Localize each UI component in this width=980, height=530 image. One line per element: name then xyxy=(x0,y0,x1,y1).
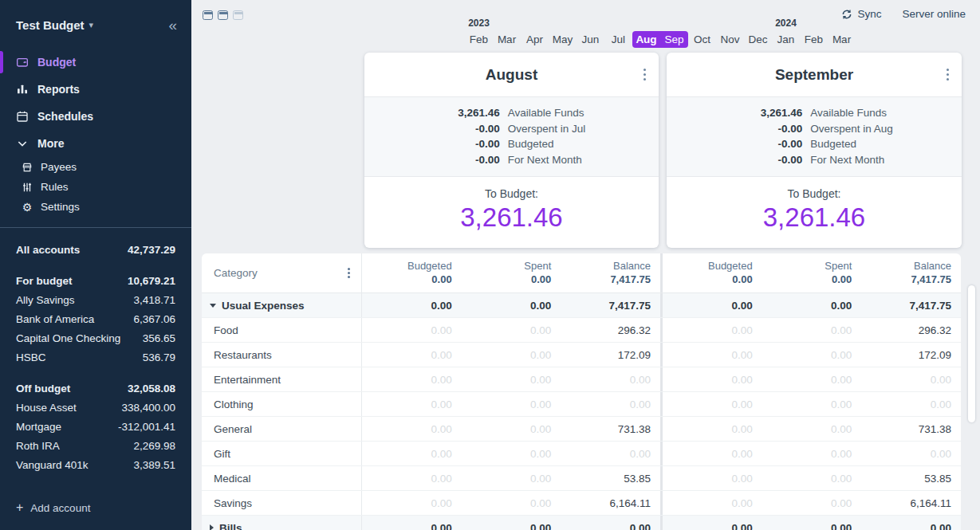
spent-cell[interactable]: 0.00 xyxy=(462,491,561,515)
sidebar-item-payees[interactable]: Payees xyxy=(0,157,191,177)
budgeted-cell[interactable]: 0.00 xyxy=(663,417,762,441)
month-menu-icon[interactable] xyxy=(947,73,949,76)
add-account-button[interactable]: + Add account xyxy=(0,501,191,530)
budgeted-total[interactable]: Budgeted0.00 xyxy=(663,253,762,292)
to-budget-amount[interactable]: 3,261.46 xyxy=(667,202,962,233)
category-row-savings[interactable]: Savings 0.000.006,164.11 0.000.006,164.1… xyxy=(202,491,961,516)
category-row-gift[interactable]: Gift 0.000.000.00 0.000.000.00 xyxy=(202,442,961,466)
balance-cell[interactable]: 172.09 xyxy=(561,343,660,367)
off-budget-header[interactable]: Off budget 32,058.08 xyxy=(16,379,175,398)
category-row-restaurants[interactable]: Restaurants 0.000.00172.09 0.000.00172.0… xyxy=(202,343,961,367)
budgeted-cell[interactable]: 0.00 xyxy=(663,491,762,515)
account-row-bank-of-america[interactable]: Bank of America 6,367.06 xyxy=(16,310,175,329)
sidebar-item-budget[interactable]: Budget xyxy=(0,49,191,76)
category-menu-icon[interactable] xyxy=(348,272,350,274)
balance-cell[interactable]: 7,417.75 xyxy=(561,293,660,317)
sidebar-collapse-button[interactable]: « xyxy=(168,18,177,33)
budgeted-cell[interactable]: 0.00 xyxy=(362,417,462,441)
budgeted-cell[interactable]: 0.00 xyxy=(362,466,462,490)
balance-cell[interactable]: 731.38 xyxy=(861,417,961,441)
category-name-cell[interactable]: Clothing xyxy=(202,392,362,416)
disclosure-triangle-icon[interactable] xyxy=(210,524,214,530)
month-tab-sep-2023-selected[interactable]: Sep xyxy=(660,16,688,48)
balance-total[interactable]: Balance7,417.75 xyxy=(561,253,660,292)
month-tab-apr-2023[interactable]: Apr xyxy=(521,16,549,48)
spent-cell[interactable]: 0.00 xyxy=(762,491,862,515)
balance-total[interactable]: Balance7,417.75 xyxy=(861,253,961,292)
spent-cell[interactable]: 0.00 xyxy=(762,392,862,416)
category-row-medical[interactable]: Medical 0.000.0053.85 0.000.0053.85 xyxy=(202,466,961,491)
balance-cell[interactable]: 0.00 xyxy=(861,516,961,530)
budgeted-cell[interactable]: 0.00 xyxy=(362,491,462,515)
category-name-cell[interactable]: General xyxy=(202,417,362,441)
category-name-cell[interactable]: Medical xyxy=(202,466,362,490)
sidebar-item-rules[interactable]: Rules xyxy=(0,177,191,197)
balance-cell[interactable]: 53.85 xyxy=(561,466,660,490)
month-tab-dec-2023[interactable]: Dec xyxy=(744,16,772,48)
spent-cell[interactable]: 0.00 xyxy=(762,442,862,465)
balance-cell[interactable]: 296.32 xyxy=(561,318,660,342)
budgeted-cell[interactable]: 0.00 xyxy=(663,367,762,391)
group-row-usual-expenses[interactable]: Usual Expenses 0.000.007,417.75 0.000.00… xyxy=(202,293,961,318)
spent-cell[interactable]: 0.00 xyxy=(462,516,561,530)
category-row-general[interactable]: General 0.000.00731.38 0.000.00731.38 xyxy=(202,417,961,442)
budgeted-cell[interactable]: 0.00 xyxy=(663,318,762,342)
group-row-bills[interactable]: Bills 0.000.000.00 0.000.000.00 xyxy=(202,516,961,530)
sidebar-item-schedules[interactable]: Schedules xyxy=(0,103,191,130)
budgeted-cell[interactable]: 0.00 xyxy=(663,466,762,490)
budgeted-cell[interactable]: 0.00 xyxy=(663,516,762,530)
month-tab-nov-2023[interactable]: Nov xyxy=(716,16,744,48)
account-row-hsbc[interactable]: HSBC 536.79 xyxy=(16,348,175,367)
balance-cell[interactable]: 7,417.75 xyxy=(861,293,961,317)
month-tab-jan-2024[interactable]: 2024Jan xyxy=(772,16,800,48)
show-three-months-icon[interactable] xyxy=(233,10,243,20)
account-row-house-asset[interactable]: House Asset 338,400.00 xyxy=(16,398,175,418)
balance-cell[interactable]: 0.00 xyxy=(861,442,961,465)
budgeted-cell[interactable]: 0.00 xyxy=(362,293,462,317)
month-menu-icon[interactable] xyxy=(643,73,646,76)
account-row-mortgage[interactable]: Mortgage -312,001.41 xyxy=(16,418,175,437)
category-name-cell[interactable]: Gift xyxy=(202,442,362,465)
spent-cell[interactable]: 0.00 xyxy=(762,367,862,391)
show-two-months-icon[interactable] xyxy=(218,10,228,20)
month-tab-mar-2023[interactable]: Mar xyxy=(493,16,521,48)
balance-cell[interactable]: 0.00 xyxy=(561,516,660,530)
spent-total[interactable]: Spent0.00 xyxy=(462,253,561,292)
account-row-ally-savings[interactable]: Ally Savings 3,418.71 xyxy=(16,291,175,310)
spent-cell[interactable]: 0.00 xyxy=(462,367,561,391)
spent-cell[interactable]: 0.00 xyxy=(462,318,561,342)
month-tab-mar-2024[interactable]: Mar xyxy=(828,16,856,48)
budgeted-cell[interactable]: 0.00 xyxy=(362,318,462,342)
sidebar-item-more[interactable]: More xyxy=(0,130,191,157)
for-budget-header[interactable]: For budget 10,679.21 xyxy=(16,272,175,291)
balance-cell[interactable]: 296.32 xyxy=(861,318,961,342)
category-name-cell[interactable]: Savings xyxy=(202,491,362,515)
budgeted-cell[interactable]: 0.00 xyxy=(362,343,462,367)
category-name-cell[interactable]: Entertainment xyxy=(202,367,362,391)
month-tab-may-2023[interactable]: May xyxy=(549,16,577,48)
category-row-entertainment[interactable]: Entertainment 0.000.000.00 0.000.000.00 xyxy=(202,367,961,392)
category-name-cell[interactable]: Restaurants xyxy=(202,343,362,367)
budgeted-cell[interactable]: 0.00 xyxy=(663,392,762,416)
budgeted-cell[interactable]: 0.00 xyxy=(362,367,462,391)
disclosure-triangle-icon[interactable] xyxy=(210,304,216,308)
month-tab-jul-2023[interactable]: Jul xyxy=(604,16,632,48)
spent-cell[interactable]: 0.00 xyxy=(462,392,561,416)
budgeted-cell[interactable]: 0.00 xyxy=(663,343,762,367)
budgeted-cell[interactable]: 0.00 xyxy=(663,442,762,465)
group-name-cell[interactable]: Bills xyxy=(202,516,362,530)
sidebar-item-reports[interactable]: Reports xyxy=(0,76,191,103)
sidebar-item-settings[interactable]: ⚙ Settings xyxy=(0,197,191,217)
balance-cell[interactable]: 6,164.11 xyxy=(861,491,961,515)
month-tab-feb-2024[interactable]: Feb xyxy=(800,16,828,48)
month-tab-jun-2023[interactable]: Jun xyxy=(577,16,604,48)
account-row-vanguard-401k[interactable]: Vanguard 401k 3,389.51 xyxy=(16,456,175,475)
spent-cell[interactable]: 0.00 xyxy=(462,293,561,317)
balance-cell[interactable]: 6,164.11 xyxy=(561,491,660,515)
month-tab-aug-2023-selected[interactable]: Aug xyxy=(632,16,660,48)
balance-cell[interactable]: 0.00 xyxy=(561,392,660,416)
balance-cell[interactable]: 172.09 xyxy=(861,343,961,367)
balance-cell[interactable]: 0.00 xyxy=(561,367,660,391)
balance-cell[interactable]: 0.00 xyxy=(861,367,961,391)
spent-cell[interactable]: 0.00 xyxy=(462,442,561,465)
